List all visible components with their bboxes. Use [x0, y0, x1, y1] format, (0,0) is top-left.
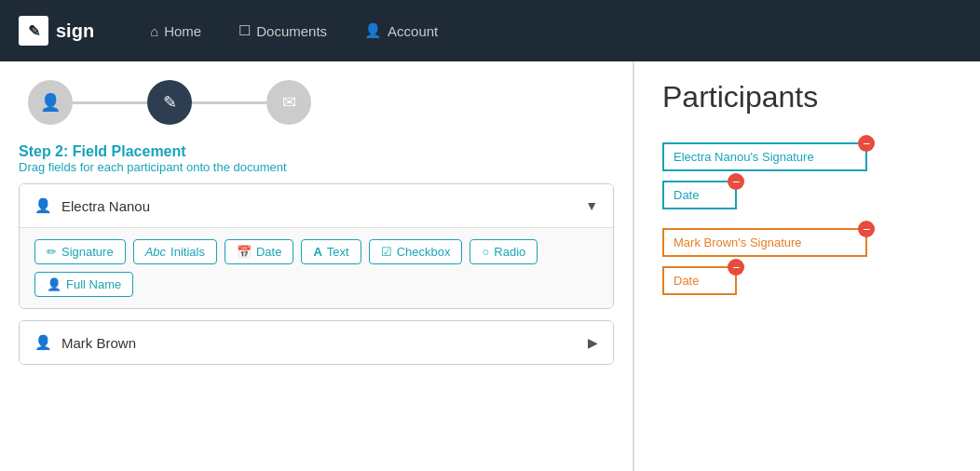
mark-signature-group: Mark Brown's Signature − Date −	[662, 228, 952, 295]
electra-signature-label: Electra Nanou's Signature	[662, 142, 867, 171]
home-icon: ⌂	[150, 23, 158, 39]
fullname-icon: 👤	[47, 277, 61, 291]
mark-date-box: Date −	[662, 266, 737, 295]
signature-btn[interactable]: ✏ Signature	[34, 239, 126, 264]
participant-electra: 👤 Electra Nanou ▼ ✏ Signature Abc Initia…	[19, 183, 614, 309]
step-desc-prefix: Drag fields for each participant onto th…	[19, 160, 234, 174]
checkbox-icon: ☑	[381, 245, 392, 259]
chevron-right-icon-mark: ▶	[588, 335, 598, 350]
remove-mark-date-btn[interactable]: −	[728, 259, 744, 276]
signature-btn-label: Signature	[61, 245, 114, 259]
participant-mark-name: 👤 Mark Brown	[34, 334, 136, 351]
electra-date-box: Date −	[662, 181, 737, 209]
step-1-icon: 👤	[40, 92, 61, 113]
step-1-circle: 👤	[28, 80, 73, 125]
nav-documents-label: Documents	[256, 23, 327, 39]
remove-electra-date-btn[interactable]: −	[728, 173, 744, 190]
step-label-highlight: Field Placement	[73, 143, 186, 159]
electra-signature-box: Electra Nanou's Signature −	[662, 142, 867, 171]
participants-title: Participants	[662, 80, 952, 114]
nav-home-label: Home	[164, 23, 201, 39]
mark-name-label: Mark Brown	[61, 335, 136, 351]
step-3-icon: ✉	[282, 92, 296, 113]
initials-btn-label: Initials	[170, 245, 205, 259]
mark-signature-label: Mark Brown's Signature	[662, 228, 867, 257]
nav-home[interactable]: ⌂ Home	[150, 22, 201, 39]
nav-documents[interactable]: ☐ Documents	[238, 22, 327, 39]
user-icon-mark: 👤	[34, 334, 52, 351]
navbar: ✎ sign ⌂ Home ☐ Documents 👤 Account	[0, 0, 980, 61]
nav-account-label: Account	[388, 23, 438, 39]
step-2-icon: ✎	[163, 92, 177, 113]
electra-name-label: Electra Nanou	[61, 198, 150, 214]
participant-electra-header[interactable]: 👤 Electra Nanou ▼	[20, 184, 613, 227]
fullname-btn[interactable]: 👤 Full Name	[34, 272, 133, 297]
participant-mark: 👤 Mark Brown ▶	[19, 320, 614, 365]
step-3-circle: ✉	[266, 80, 311, 125]
step-line-2	[192, 101, 266, 104]
chevron-down-icon-electra: ▼	[585, 198, 598, 213]
step-description: Drag fields for each participant onto th…	[19, 160, 614, 174]
brand-name: sign	[56, 20, 94, 42]
electra-date-label: Date	[662, 181, 737, 209]
mark-signature-box: Mark Brown's Signature −	[662, 228, 867, 257]
date-btn[interactable]: 📅 Date	[225, 239, 293, 264]
step-2-circle: ✎	[147, 80, 192, 125]
radio-btn-label: Radio	[494, 245, 525, 259]
calendar-icon: 📅	[237, 245, 252, 259]
stepper: 👤 ✎ ✉	[19, 80, 614, 125]
step-line-1	[73, 101, 147, 104]
right-panel: Participants Electra Nanou's Signature −…	[634, 61, 980, 471]
date-btn-label: Date	[256, 245, 281, 259]
checkbox-btn[interactable]: ☑ Checkbox	[369, 239, 463, 264]
abc-icon: Abc	[145, 245, 166, 259]
document-icon: ☐	[238, 22, 251, 39]
text-icon: A	[313, 245, 321, 259]
step-label: Step 2: Field Placement	[19, 143, 614, 160]
text-btn[interactable]: A Text	[301, 239, 361, 264]
step-info: Step 2: Field Placement Drag fields for …	[19, 143, 614, 174]
radio-icon: ○	[482, 245, 489, 259]
remove-mark-signature-btn[interactable]: −	[858, 221, 875, 237]
initials-btn[interactable]: Abc Initials	[133, 239, 217, 264]
nav-account[interactable]: 👤 Account	[364, 22, 438, 39]
radio-btn[interactable]: ○ Radio	[470, 239, 538, 264]
participant-mark-header[interactable]: 👤 Mark Brown ▶	[20, 321, 613, 364]
left-panel: 👤 ✎ ✉ Step 2: Field Placement Drag field…	[0, 61, 633, 471]
electra-fields: ✏ Signature Abc Initials 📅 Date A Text ☑	[20, 227, 613, 308]
user-icon-electra: 👤	[34, 197, 52, 214]
checkbox-btn-label: Checkbox	[397, 245, 451, 259]
step-label-prefix: Step 2:	[19, 143, 73, 159]
brand-logo[interactable]: ✎ sign	[19, 16, 94, 46]
pen-icon: ✏	[47, 245, 57, 259]
fullname-btn-label: Full Name	[66, 277, 121, 291]
remove-electra-signature-btn[interactable]: −	[858, 135, 875, 152]
nav-links: ⌂ Home ☐ Documents 👤 Account	[150, 22, 438, 39]
participant-electra-name: 👤 Electra Nanou	[34, 197, 150, 214]
text-btn-label: Text	[327, 245, 349, 259]
account-icon: 👤	[364, 22, 382, 39]
electra-signature-group: Electra Nanou's Signature − Date −	[662, 142, 952, 209]
main-container: 👤 ✎ ✉ Step 2: Field Placement Drag field…	[0, 61, 980, 471]
logo-icon: ✎	[19, 16, 48, 46]
step-desc-highlight: document	[234, 160, 287, 174]
mark-date-label: Date	[662, 266, 737, 295]
